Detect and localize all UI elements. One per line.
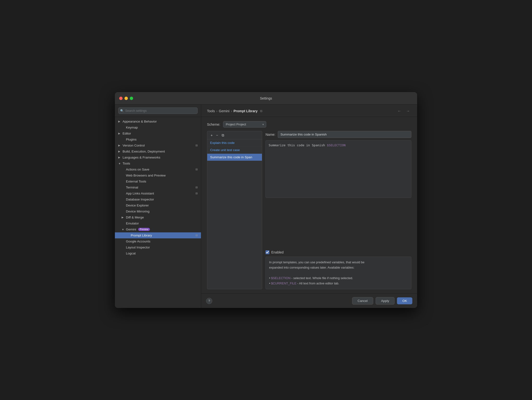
preview-badge: Preview [138,228,150,231]
nav-forward-button[interactable]: → [405,108,411,114]
chevron-icon: ▶ [118,120,122,123]
enabled-label: Enabled [271,250,284,254]
traffic-lights [119,97,133,100]
prompt-list-panel: + − ⧉ Explain this code Create unit test… [207,131,262,289]
sidebar-item-terminal[interactable]: Terminal ⊟ [115,184,201,190]
chevron-icon: ▶ [118,156,122,159]
sidebar-item-label: Diff & Merge [126,216,144,219]
breadcrumb-sep2: › [231,109,232,113]
sidebar-item-database-inspector[interactable]: Database Inspector [115,197,201,202]
textarea-wrapper: Summarize this code in Spanish $SELECTIO… [266,140,411,248]
chevron-open-icon: ▼ [122,228,125,231]
chevron-icon: ▶ [118,144,122,147]
sidebar-item-logcat[interactable]: Logcat [115,250,201,256]
info-text-vars: • $SELECTION - selected text. Whole file… [269,276,353,285]
sidebar-item-diff-merge[interactable]: ▶ Diff & Merge [115,214,201,220]
prompt-list: Explain this code Create unit test case … [207,139,262,289]
sidebar-item-gemini[interactable]: ▼ Gemini Preview [115,226,201,232]
sidebar-item-label: Plugins [126,138,136,141]
sidebar-item-editor[interactable]: ▶ Editor [115,130,201,136]
sidebar-item-label: Google Accounts [126,240,150,243]
cancel-button[interactable]: Cancel [352,297,373,305]
chevron-open-icon: ▼ [118,162,122,165]
ok-button[interactable]: OK [397,297,412,304]
prompt-item-unit-test[interactable]: Create unit test case [207,146,262,154]
sidebar-item-label: Database Inspector [126,198,154,201]
footer-left: ? [206,298,350,304]
breadcrumb: Tools › Gemini › Prompt Library ⊟ [207,109,262,113]
apply-button[interactable]: Apply [376,297,395,305]
sidebar-item-label: Appearance & Behavior [123,120,157,123]
name-row: Name: [266,131,411,138]
minimize-button[interactable] [125,97,128,100]
prompt-item-summarize[interactable]: Summarize this code in Span [207,154,262,161]
sidebar-item-label: Build, Execution, Deployment [123,150,165,153]
sidebar-item-external-tools[interactable]: External Tools [115,178,201,184]
info-box: In prompt templates, you can use predefi… [266,257,411,289]
sidebar-item-actions-on-save[interactable]: Actions on Save ⊟ [115,166,201,172]
prompt-item-explain[interactable]: Explain this code [207,139,262,146]
sidebar-item-device-mirroring[interactable]: Device Mirroring [115,208,201,214]
footer: ? Cancel Apply OK [201,293,417,308]
sidebar-item-build[interactable]: ▶ Build, Execution, Deployment [115,148,201,154]
prompt-editor: + − ⧉ Explain this code Create unit test… [207,131,411,289]
search-input[interactable] [118,108,198,114]
enabled-row: Enabled [266,250,411,254]
sidebar-item-label: Web Browsers and Preview [126,174,166,177]
breadcrumb-part1: Tools [207,109,215,113]
sidebar-item-label: App Links Assistant [126,192,154,195]
sidebar-item-label: Version Control [123,144,145,147]
sidebar-item-web-browsers[interactable]: Web Browsers and Preview [115,172,201,178]
sidebar-item-plugins[interactable]: Plugins [115,136,201,142]
maximize-button[interactable] [130,97,133,100]
sidebar-item-label: Gemini [126,228,136,231]
main-content: 🔍 ▶ Appearance & Behavior Keymap ▶ [115,105,417,308]
name-label: Name: [266,133,275,136]
sidebar-item-google-accounts[interactable]: Google Accounts [115,238,201,244]
sidebar-item-label: Logcat [126,252,136,255]
chevron-icon: ▶ [122,216,125,219]
name-input[interactable] [278,131,411,138]
scheme-label: Scheme: [207,122,220,126]
nav-back-button[interactable]: ← [396,108,403,114]
help-button[interactable]: ? [206,298,212,304]
add-prompt-button[interactable]: + [209,133,214,138]
sidebar-item-emulator[interactable]: Emulator [115,220,201,226]
breadcrumb-current: Prompt Library [233,109,257,113]
sidebar-item-label: Layout Inspector [126,246,150,249]
close-button[interactable] [119,97,123,100]
enabled-checkbox[interactable] [266,250,269,254]
content-area: Tools › Gemini › Prompt Library ⊟ ← → Sc… [201,105,417,308]
page-icon: ⊟ [196,144,198,147]
sidebar-item-label: Languages & Frameworks [123,156,160,159]
search-container: 🔍 [115,105,201,117]
page-icon: ⊟ [196,234,198,237]
scheme-select[interactable]: Project Project [223,121,266,127]
sidebar-item-label: External Tools [126,180,146,183]
list-toolbar: + − ⧉ [207,131,262,139]
sidebar-item-device-explorer[interactable]: Device Explorer [115,202,201,208]
settings-window: Settings 🔍 ▶ Appearance & Behavior [115,92,417,308]
titlebar: Settings [115,92,417,105]
sidebar-item-label: Device Explorer [126,203,149,207]
copy-prompt-button[interactable]: ⧉ [220,133,226,138]
page-icon: ⊟ [196,168,198,171]
sidebar-item-keymap[interactable]: Keymap [115,124,201,130]
breadcrumb-sep1: › [216,109,218,113]
chevron-icon: ▶ [118,150,122,153]
current-file-var-name: $CURRENT_FILE [271,281,296,285]
sidebar-item-languages[interactable]: ▶ Languages & Frameworks [115,154,201,160]
window-title: Settings [260,96,272,100]
prompt-details: Name: Summarize this code in Spanish $SE… [266,131,411,289]
sidebar-item-layout-inspector[interactable]: Layout Inspector [115,244,201,250]
page-icon: ⊟ [196,192,198,195]
content-body: Scheme: Project Project + − ⧉ [201,117,417,293]
sidebar-item-version-control[interactable]: ▶ Version Control ⊟ [115,142,201,148]
sidebar-item-app-links[interactable]: App Links Assistant ⊟ [115,190,201,197]
sidebar-item-tools[interactable]: ▼ Tools [115,160,201,166]
breadcrumb-icon: ⊟ [260,109,262,113]
sidebar-item-prompt-library[interactable]: Prompt Library ⊟ [115,232,201,238]
remove-prompt-button[interactable]: − [215,133,220,138]
prompt-item-label: Create unit test case [210,148,240,152]
sidebar-item-appearance[interactable]: ▶ Appearance & Behavior [115,119,201,124]
